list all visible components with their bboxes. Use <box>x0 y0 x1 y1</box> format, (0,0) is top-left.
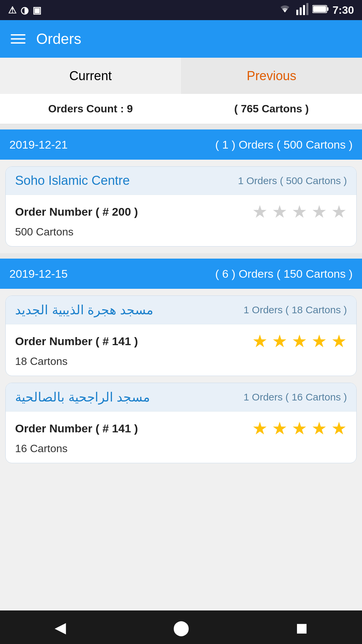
app-bar: Orders <box>0 20 362 58</box>
section-header-1: 2019-12-15 ( 6 ) Orders ( 150 Cartons ) <box>0 259 362 289</box>
star-3: ★ <box>292 332 307 350</box>
card-title-1-0: مسجد هجرة الذيبية الجديد <box>15 303 153 317</box>
nav-home-button[interactable]: ⬤ <box>161 614 201 641</box>
order-number-row-1-1: Order Number ( # 141 ) ★ ★ ★ ★ ★ <box>15 420 347 437</box>
warning-icon: ⚠ <box>8 5 16 16</box>
wifi-icon <box>278 3 292 17</box>
card-title-1-1: مسجد الراجحية بالصالحية <box>15 390 150 405</box>
nav-back-button[interactable]: ◀ <box>40 614 80 641</box>
stars-1-0: ★ ★ ★ ★ ★ <box>252 332 347 350</box>
card-body-1-0: Order Number ( # 141 ) ★ ★ ★ ★ ★ 18 Cart… <box>6 324 356 376</box>
section-info-0: ( 1 ) Orders ( 500 Cartons ) <box>215 138 353 151</box>
divider-1 <box>0 124 362 129</box>
star-1: ★ <box>252 203 268 220</box>
svg-rect-3 <box>306 3 308 15</box>
nav-recent-button[interactable]: ◼ <box>282 614 322 641</box>
cartons-1-0: 18 Cartons <box>15 355 347 368</box>
nav-bar: ◀ ⬤ ◼ <box>0 610 362 644</box>
star-1: ★ <box>252 420 268 437</box>
section-header-0: 2019-12-21 ( 1 ) Orders ( 500 Cartons ) <box>0 129 362 160</box>
signal-icon <box>296 3 308 17</box>
card-body-0-0: Order Number ( # 200 ) ★ ★ ★ ★ ★ 500 Car… <box>6 195 356 246</box>
order-number-row-1-0: Order Number ( # 141 ) ★ ★ ★ ★ ★ <box>15 332 347 350</box>
star-5: ★ <box>331 420 347 437</box>
svg-rect-6 <box>313 6 326 12</box>
cartons-0-0: 500 Cartons <box>15 226 347 238</box>
star-3: ★ <box>292 420 307 437</box>
svg-rect-5 <box>327 7 328 11</box>
svg-rect-1 <box>300 7 302 15</box>
card-header-1-1: مسجد الراجحية بالصالحية 1 Orders ( 16 Ca… <box>6 383 356 412</box>
stars-0-0: ★ ★ ★ ★ ★ <box>252 203 347 220</box>
card-orders-count-0-0: 1 Orders ( 500 Cartons ) <box>238 175 347 186</box>
order-card-0-0[interactable]: Soho Islamic Centre 1 Orders ( 500 Carto… <box>5 166 357 247</box>
section-info-1: ( 6 ) Orders ( 150 Cartons ) <box>215 267 353 280</box>
star-4: ★ <box>311 332 327 350</box>
order-number-row-0-0: Order Number ( # 200 ) ★ ★ ★ ★ ★ <box>15 203 347 220</box>
card-orders-count-1-0: 1 Orders ( 18 Cartons ) <box>244 304 347 316</box>
card-body-1-1: Order Number ( # 141 ) ★ ★ ★ ★ ★ 16 Cart… <box>6 412 356 463</box>
star-5: ★ <box>331 203 347 220</box>
menu-button[interactable] <box>11 34 25 44</box>
star-2: ★ <box>272 420 288 437</box>
section-date-0: 2019-12-21 <box>9 138 68 151</box>
status-bar: ⚠ ◑ ▣ 7:30 <box>0 0 362 20</box>
app-title: Orders <box>36 31 81 47</box>
cartons-1-1: 16 Cartons <box>15 442 347 455</box>
star-5: ★ <box>331 332 347 350</box>
cartons-count: ( 765 Cartons ) <box>181 103 362 115</box>
star-2: ★ <box>272 203 288 220</box>
status-left-icons: ⚠ ◑ ▣ <box>8 5 41 16</box>
order-number-1-1: Order Number ( # 141 ) <box>15 422 138 435</box>
star-4: ★ <box>311 420 327 437</box>
card-title-0-0: Soho Islamic Centre <box>15 173 130 188</box>
nav-spacer <box>0 470 362 503</box>
order-card-1-1[interactable]: مسجد الراجحية بالصالحية 1 Orders ( 16 Ca… <box>5 383 357 463</box>
star-3: ★ <box>292 203 307 220</box>
divider-2 <box>0 253 362 259</box>
star-2: ★ <box>272 332 288 350</box>
star-4: ★ <box>311 203 327 220</box>
stars-1-1: ★ ★ ★ ★ ★ <box>252 420 347 437</box>
tab-current[interactable]: Current <box>0 58 181 94</box>
sync-icon: ◑ <box>20 5 28 16</box>
card-orders-count-1-1: 1 Orders ( 16 Cartons ) <box>244 391 347 403</box>
battery-icon <box>312 5 328 16</box>
status-time: 7:30 <box>333 4 354 16</box>
order-card-1-0[interactable]: مسجد هجرة الذيبية الجديد 1 Orders ( 18 C… <box>5 296 357 376</box>
card-header-0-0: Soho Islamic Centre 1 Orders ( 500 Carto… <box>6 167 356 195</box>
tabs-container: Current Previous <box>0 58 362 94</box>
order-number-1-0: Order Number ( # 141 ) <box>15 335 138 348</box>
tab-previous[interactable]: Previous <box>181 58 362 94</box>
status-right-icons: 7:30 <box>278 3 354 17</box>
card-header-1-0: مسجد هجرة الذيبية الجديد 1 Orders ( 18 C… <box>6 296 356 324</box>
summary-row: Orders Count : 9 ( 765 Cartons ) <box>0 94 362 124</box>
order-number-0-0: Order Number ( # 200 ) <box>15 205 138 218</box>
svg-rect-0 <box>296 10 298 15</box>
orders-count: Orders Count : 9 <box>0 103 181 115</box>
sd-card-icon: ▣ <box>33 5 41 16</box>
section-date-1: 2019-12-15 <box>9 267 68 280</box>
star-1: ★ <box>252 332 268 350</box>
svg-rect-2 <box>303 5 305 15</box>
